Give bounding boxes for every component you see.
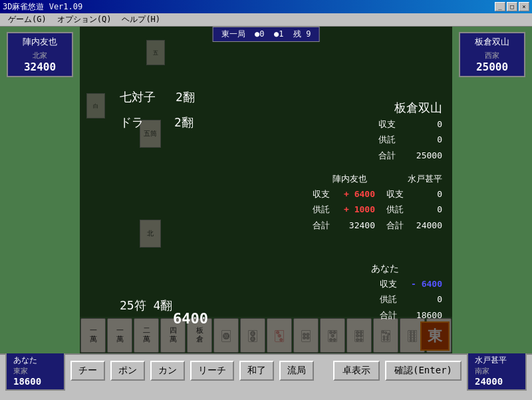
bottom-bar: あなた 東家 18600 チー ポン カン リーチ 和了 流局 卓表示 確認(E…	[0, 353, 532, 387]
mito-scores: 収支0 供託0 合計24000	[386, 186, 442, 233]
j-label-3: 合計	[313, 218, 330, 233]
tsumo-button[interactable]: 和了	[239, 361, 274, 381]
a-label-2: 供託	[380, 292, 397, 307]
north-player-name: 陣内友也	[13, 36, 66, 48]
right-panel: 板倉双山 西家 25000	[452, 27, 532, 353]
ryukyoku-button[interactable]: 流局	[279, 361, 314, 381]
round-indicator: 東一局 ●0 ●1 残 9	[213, 27, 320, 42]
a-val-2: 0	[402, 292, 442, 307]
menu-bar: ゲーム(G) オプション(Q) ヘルプ(H)	[0, 13, 532, 27]
left-panel: 陣内友也 北家 32400	[0, 27, 80, 353]
w-val-3: 25000	[409, 148, 442, 163]
anata-direction: 東家	[13, 366, 57, 376]
m-label-2: 供託	[386, 202, 404, 217]
a-val-3: 18600	[402, 307, 442, 323]
anata-name: あなた	[13, 355, 57, 366]
mito-title: 水戸甚平	[408, 173, 442, 185]
west-player-box: 板倉双山 西家 25000	[459, 32, 525, 77]
menu-option[interactable]: オプション(Q)	[52, 13, 117, 26]
round-text: 東一局	[221, 29, 245, 39]
north-player-box: 陣内友也 北家 32400	[7, 32, 73, 77]
w-val-2: 0	[409, 132, 442, 147]
anata-scores: 収支- 6400 供託0 合計18600	[380, 276, 442, 323]
yaku-name-2: ドラ	[120, 112, 144, 133]
close-button[interactable]: ×	[519, 2, 529, 11]
a-label-3: 合計	[380, 307, 397, 323]
j-label-1: 収支	[313, 186, 330, 202]
north-player-score: 32400	[13, 61, 66, 73]
mito-direction: 南家	[475, 366, 519, 376]
pon-button[interactable]: ポン	[110, 361, 145, 381]
winner-name: 板倉双山	[394, 100, 442, 116]
yaku-name-1: 七対子	[120, 87, 156, 108]
jinai-scores: 収支+ 6400 供託+ 1000 合計32400	[313, 186, 375, 233]
fu-han-display: 25符 4翻	[120, 298, 172, 313]
show-table-button[interactable]: 卓表示	[333, 361, 380, 381]
maximize-button[interactable]: □	[507, 2, 517, 11]
a-label-1: 収支	[380, 276, 397, 292]
north-direction: 北家	[13, 51, 66, 61]
w-label-1: 収支	[378, 116, 396, 132]
a-val-1: - 6400	[402, 276, 442, 292]
menu-game[interactable]: ゲーム(G)	[3, 13, 52, 26]
title-bar-buttons: _ □ ×	[495, 2, 529, 11]
remaining-tiles: 残 9	[293, 29, 311, 39]
mito-score: 24000	[475, 376, 519, 387]
m-label-3: 合計	[386, 218, 404, 233]
kan-button[interactable]: カン	[150, 361, 185, 381]
honba-count: 0	[259, 29, 264, 39]
chi-button[interactable]: チー	[70, 361, 105, 381]
score-overlay: 七対子 2翻 ドラ 2翻 板倉双山 収支0 供託0 合計25000 陣内友也 水…	[80, 27, 452, 353]
anata-player-box: あなた 東家 18600	[5, 351, 65, 391]
west-direction: 西家	[466, 51, 519, 61]
w-label-2: 供託	[378, 132, 396, 147]
j-label-2: 供託	[313, 202, 330, 217]
j-val-1: + 6400	[335, 186, 375, 202]
mito-player-box: 水戸甚平 南家 24000	[467, 351, 527, 391]
m-val-1: 0	[409, 186, 442, 202]
riichi-button[interactable]: リーチ	[190, 361, 234, 381]
riichi-count: 1	[279, 29, 283, 39]
yaku-han-1: 2翻	[176, 87, 195, 108]
mito-name: 水戸甚平	[475, 355, 519, 366]
west-player-name: 板倉双山	[466, 36, 519, 48]
yaku-area: 七対子 2翻 ドラ 2翻	[120, 87, 195, 134]
winner-scores: 収支0 供託0 合計25000	[378, 116, 442, 163]
game-board: 東一局 ●0 ●1 残 9 板 倉 双 山 一 二 三 四 五 北 西	[80, 27, 452, 353]
minimize-button[interactable]: _	[495, 2, 505, 11]
anata-title: あなた	[371, 263, 399, 275]
w-label-3: 合計	[378, 148, 396, 163]
anata-score: 18600	[13, 376, 57, 387]
west-player-score: 25000	[466, 61, 519, 73]
m-label-1: 収支	[386, 186, 404, 202]
title-bar: 3D麻雀悠遊 Ver1.09 _ □ ×	[0, 0, 532, 13]
confirm-button[interactable]: 確認(Enter)	[385, 361, 462, 381]
j-val-2: + 1000	[335, 202, 375, 217]
j-val-3: 32400	[335, 218, 375, 233]
window-title: 3D麻雀悠遊 Ver1.09	[3, 1, 82, 13]
m-val-2: 0	[409, 202, 442, 217]
menu-help[interactable]: ヘルプ(H)	[116, 13, 166, 26]
payment-display: 6400	[173, 310, 208, 327]
jinai-title: 陣内友也	[332, 173, 367, 185]
yaku-han-2: 2翻	[174, 112, 194, 133]
w-val-1: 0	[409, 116, 442, 132]
m-val-3: 24000	[409, 218, 442, 233]
